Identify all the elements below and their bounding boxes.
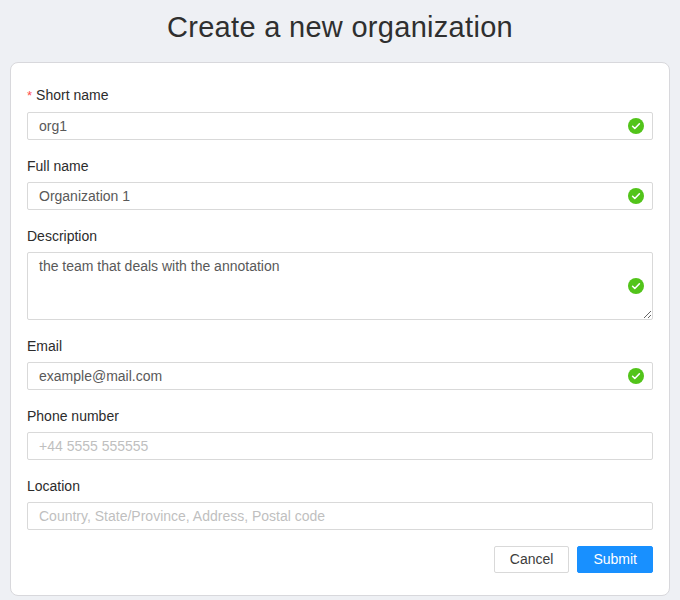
full-name-label-text: Full name	[27, 158, 88, 174]
short-name-input[interactable]	[27, 112, 653, 140]
page-title: Create a new organization	[0, 0, 680, 45]
full-name-input[interactable]	[27, 182, 653, 210]
form-item-email: Email	[27, 336, 653, 390]
phone-input[interactable]	[27, 432, 653, 460]
form-item-phone: Phone number	[27, 406, 653, 460]
phone-label-text: Phone number	[27, 408, 119, 424]
form-item-description: Description the team that deals with the…	[27, 226, 653, 320]
email-label: Email	[27, 336, 653, 356]
location-label-text: Location	[27, 478, 80, 494]
email-control	[27, 362, 653, 390]
description-control: the team that deals with the annotation	[27, 252, 653, 320]
email-label-text: Email	[27, 338, 62, 354]
description-textarea[interactable]: the team that deals with the annotation	[27, 252, 653, 320]
full-name-control	[27, 182, 653, 210]
location-label: Location	[27, 476, 653, 496]
required-asterisk: *	[27, 88, 32, 103]
full-name-label: Full name	[27, 156, 653, 176]
short-name-label-text: Short name	[36, 87, 108, 103]
form-item-short-name: *Short name	[27, 85, 653, 140]
description-label: Description	[27, 226, 653, 246]
form-actions: Cancel Submit	[27, 546, 653, 573]
location-control	[27, 502, 653, 530]
organization-form-card: *Short name Full name Description the te…	[10, 62, 670, 596]
description-label-text: Description	[27, 228, 97, 244]
phone-control	[27, 432, 653, 460]
location-input[interactable]	[27, 502, 653, 530]
short-name-label: *Short name	[27, 85, 653, 106]
cancel-button[interactable]: Cancel	[494, 546, 570, 573]
short-name-control	[27, 112, 653, 140]
form-item-location: Location	[27, 476, 653, 530]
email-input[interactable]	[27, 362, 653, 390]
form-item-full-name: Full name	[27, 156, 653, 210]
submit-button[interactable]: Submit	[577, 546, 653, 573]
phone-label: Phone number	[27, 406, 653, 426]
